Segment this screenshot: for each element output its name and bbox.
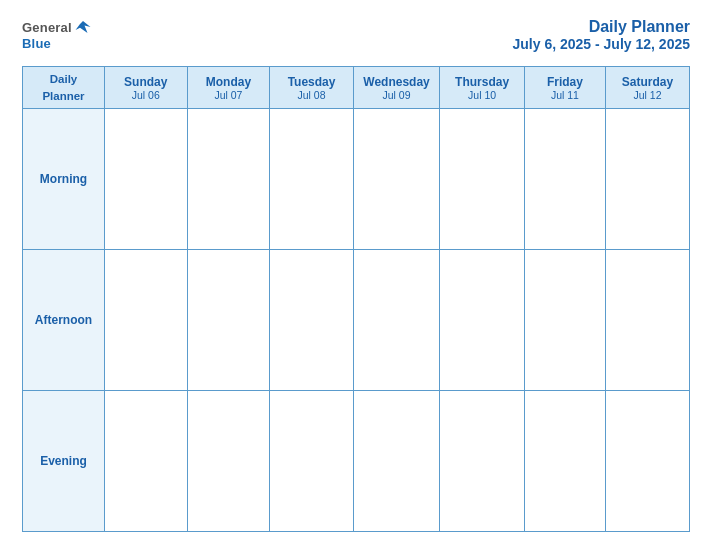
cell-morning-friday[interactable]	[524, 109, 605, 250]
planner-table: Daily Planner SundayJul 06MondayJul 07Tu…	[22, 66, 690, 532]
col-date: Jul 08	[272, 89, 350, 101]
logo-general-text: General	[22, 20, 72, 35]
logo-area: General Blue	[22, 18, 92, 51]
col-day-name: Monday	[190, 75, 268, 89]
cell-afternoon-thursday[interactable]	[440, 250, 524, 391]
cell-morning-sunday[interactable]	[105, 109, 188, 250]
table-row: Evening	[23, 391, 690, 532]
col-day-name: Tuesday	[272, 75, 350, 89]
cell-evening-tuesday[interactable]	[270, 391, 353, 532]
title-area: Daily Planner July 6, 2025 - July 12, 20…	[513, 18, 690, 52]
cell-evening-wednesday[interactable]	[353, 391, 440, 532]
col-date: Jul 06	[107, 89, 185, 101]
cell-morning-monday[interactable]	[187, 109, 270, 250]
cell-afternoon-tuesday[interactable]	[270, 250, 353, 391]
corner-header: Daily Planner	[23, 67, 105, 109]
logo-blue-text: Blue	[22, 36, 51, 51]
col-header-sunday: SundayJul 06	[105, 67, 188, 109]
col-day-name: Saturday	[608, 75, 687, 89]
col-header-friday: FridayJul 11	[524, 67, 605, 109]
col-header-thursday: ThursdayJul 10	[440, 67, 524, 109]
col-header-wednesday: WednesdayJul 09	[353, 67, 440, 109]
cell-afternoon-monday[interactable]	[187, 250, 270, 391]
col-date: Jul 10	[442, 89, 521, 101]
cell-afternoon-friday[interactable]	[524, 250, 605, 391]
cell-morning-tuesday[interactable]	[270, 109, 353, 250]
corner-line1: Daily	[50, 73, 78, 85]
cell-evening-thursday[interactable]	[440, 391, 524, 532]
planner-date-range: July 6, 2025 - July 12, 2025	[513, 36, 690, 52]
cell-morning-saturday[interactable]	[606, 109, 690, 250]
planner-title: Daily Planner	[513, 18, 690, 36]
row-label-afternoon: Afternoon	[23, 250, 105, 391]
col-date: Jul 07	[190, 89, 268, 101]
cell-afternoon-saturday[interactable]	[606, 250, 690, 391]
table-row: Afternoon	[23, 250, 690, 391]
cell-evening-sunday[interactable]	[105, 391, 188, 532]
header: General Blue Daily Planner July 6, 2025 …	[22, 18, 690, 52]
col-day-name: Friday	[527, 75, 603, 89]
col-day-name: Sunday	[107, 75, 185, 89]
col-header-tuesday: TuesdayJul 08	[270, 67, 353, 109]
col-date: Jul 11	[527, 89, 603, 101]
table-row: Morning	[23, 109, 690, 250]
corner-line2: Planner	[42, 90, 84, 102]
cell-evening-monday[interactable]	[187, 391, 270, 532]
logo-bird-icon	[74, 18, 92, 36]
cell-afternoon-wednesday[interactable]	[353, 250, 440, 391]
header-row: Daily Planner SundayJul 06MondayJul 07Tu…	[23, 67, 690, 109]
cell-evening-saturday[interactable]	[606, 391, 690, 532]
svg-marker-0	[75, 21, 90, 33]
col-header-saturday: SaturdayJul 12	[606, 67, 690, 109]
cell-morning-wednesday[interactable]	[353, 109, 440, 250]
cell-morning-thursday[interactable]	[440, 109, 524, 250]
col-day-name: Thursday	[442, 75, 521, 89]
cell-afternoon-sunday[interactable]	[105, 250, 188, 391]
logo-text: General	[22, 18, 92, 36]
row-label-morning: Morning	[23, 109, 105, 250]
cell-evening-friday[interactable]	[524, 391, 605, 532]
row-label-evening: Evening	[23, 391, 105, 532]
col-header-monday: MondayJul 07	[187, 67, 270, 109]
page: General Blue Daily Planner July 6, 2025 …	[0, 0, 712, 550]
col-date: Jul 12	[608, 89, 687, 101]
col-day-name: Wednesday	[356, 75, 438, 89]
col-date: Jul 09	[356, 89, 438, 101]
